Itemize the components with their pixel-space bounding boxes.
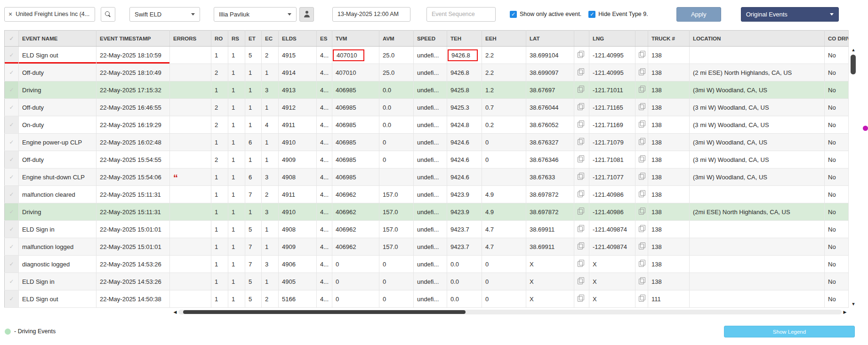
column-header-errors[interactable]: ERRORS — [170, 31, 211, 47]
row-checkbox[interactable]: ✓ — [5, 116, 19, 134]
scroll-up-icon[interactable]: ▲ — [849, 47, 858, 53]
copy-icon[interactable] — [578, 68, 584, 75]
column-header-teh[interactable]: TEH — [447, 31, 482, 47]
copy-icon[interactable] — [578, 190, 584, 197]
driver-select[interactable]: Illia Pavliuk — [214, 7, 297, 22]
apply-button[interactable]: Apply — [676, 7, 721, 22]
table-row[interactable]: ✓ELD Sign in22-May-2025 15:01:0111514908… — [5, 221, 849, 238]
copy-icon[interactable] — [639, 295, 645, 302]
event-sequence-input[interactable] — [426, 7, 496, 22]
table-row[interactable]: ✓Off-duty22-May-2025 18:10:49211149144..… — [5, 64, 849, 81]
column-header-rs[interactable]: RS — [228, 31, 245, 47]
column-header-speed[interactable]: SPEED — [414, 31, 447, 47]
copy-icon[interactable] — [639, 242, 645, 249]
column-header-elds[interactable]: ELDS — [279, 31, 317, 47]
copy-icon[interactable] — [578, 208, 584, 215]
table-row[interactable]: ✓Engine shut-down CLP22-May-2025 15:54:0… — [5, 168, 849, 186]
column-header-timestamp[interactable]: EVENT TIMESTAMP — [96, 31, 170, 47]
copy-icon[interactable] — [639, 51, 645, 58]
eld-provider-select[interactable]: Swift ELD — [129, 7, 200, 22]
row-checkbox[interactable]: ✓ — [5, 186, 19, 203]
column-header-eeh[interactable]: EEH — [482, 31, 526, 47]
copy-icon[interactable] — [639, 190, 645, 197]
column-header-tvm[interactable]: TVM — [332, 31, 379, 47]
row-checkbox[interactable]: ✓ — [5, 238, 19, 256]
copy-icon[interactable] — [639, 86, 645, 93]
table-row[interactable]: ✓ELD Sign out22-May-2025 14:50:381152516… — [5, 290, 849, 308]
row-checkbox[interactable]: ✓ — [5, 203, 19, 221]
scroll-down-icon[interactable]: ▼ — [849, 301, 858, 307]
copy-icon[interactable] — [578, 173, 584, 180]
table-row[interactable]: ✓malfunction cleared22-May-2025 15:11:31… — [5, 186, 849, 203]
copy-icon[interactable] — [578, 86, 584, 93]
company-filter-chip[interactable]: × United Freight Lines Inc (4... — [4, 7, 95, 22]
row-checkbox[interactable]: ✓ — [5, 47, 19, 64]
copy-icon[interactable] — [639, 155, 645, 162]
row-checkbox[interactable]: ✓ — [5, 151, 19, 168]
remove-filter-icon[interactable]: × — [8, 11, 12, 17]
copy-icon[interactable] — [639, 260, 645, 267]
table-row[interactable]: ✓Driving22-May-2025 15:11:31111349104...… — [5, 203, 849, 221]
horizontal-scroll-track[interactable] — [178, 310, 842, 314]
column-header-event_name[interactable]: EVENT NAME — [19, 31, 96, 47]
row-checkbox[interactable]: ✓ — [5, 168, 19, 186]
copy-icon[interactable] — [578, 225, 584, 232]
search-button[interactable] — [101, 7, 115, 22]
vertical-scroll-thumb[interactable] — [851, 55, 856, 74]
column-header-ro[interactable]: RO — [211, 31, 228, 47]
copy-icon[interactable] — [578, 51, 584, 58]
copy-icon[interactable] — [639, 103, 645, 110]
table-row[interactable]: ✓ELD Sign out22-May-2025 18:10:591152491… — [5, 47, 849, 64]
row-checkbox[interactable]: ✓ — [5, 64, 19, 81]
column-header-lng[interactable]: LNG — [589, 31, 635, 47]
table-row[interactable]: ✓Engine power-up CLP22-May-2025 16:02:48… — [5, 134, 849, 151]
column-header-truck[interactable]: TRUCK # — [648, 31, 690, 47]
driver-profile-button[interactable] — [299, 7, 314, 22]
copy-icon[interactable] — [639, 277, 645, 284]
row-checkbox[interactable]: ✓ — [5, 134, 19, 151]
copy-icon[interactable] — [639, 138, 645, 145]
copy-icon[interactable] — [578, 295, 584, 302]
copy-icon[interactable] — [578, 103, 584, 110]
scroll-right-icon[interactable]: ▶ — [842, 310, 848, 314]
show-only-active-checkbox[interactable]: ✓ Show only active event. — [510, 11, 581, 18]
date-input[interactable] — [332, 7, 410, 22]
table-row[interactable]: ✓diagnostic logged22-May-2025 14:53:2611… — [5, 256, 849, 273]
table-row[interactable]: ✓Driving22-May-2025 17:15:32111349134...… — [5, 81, 849, 99]
column-header-lat[interactable]: LAT — [526, 31, 574, 47]
hide-event-type-checkbox[interactable]: ✓ Hide Event Type 9. — [588, 11, 648, 18]
events-mode-select[interactable]: Original Events — [741, 7, 839, 22]
copy-icon[interactable] — [639, 208, 645, 215]
column-header-ec[interactable]: EC — [262, 31, 279, 47]
table-row[interactable]: ✓malfunction logged22-May-2025 15:01:011… — [5, 238, 849, 256]
vertical-scrollbar[interactable]: ▲ ▼ — [849, 47, 858, 307]
show-legend-button[interactable]: Show Legend — [724, 326, 855, 337]
row-checkbox[interactable]: ✓ — [5, 290, 19, 308]
row-checkbox[interactable]: ✓ — [5, 99, 19, 116]
column-header-et[interactable]: ET — [245, 31, 262, 47]
checkbox-checked-icon[interactable]: ✓ — [510, 11, 517, 18]
table-row[interactable]: ✓Off-duty22-May-2025 16:46:55211149124..… — [5, 99, 849, 116]
column-header-avm[interactable]: AVM — [379, 31, 414, 47]
copy-icon[interactable] — [578, 277, 584, 284]
table-row[interactable]: ✓On-duty22-May-2025 16:19:29211449114...… — [5, 116, 849, 134]
table-row[interactable]: ✓Off-duty22-May-2025 15:54:55211149094..… — [5, 151, 849, 168]
row-checkbox[interactable]: ✓ — [5, 273, 19, 290]
column-header-co_driver[interactable]: CO DRIVER — [825, 31, 849, 47]
copy-icon[interactable] — [639, 225, 645, 232]
copy-icon[interactable] — [578, 120, 584, 128]
copy-icon[interactable] — [578, 260, 584, 267]
table-row[interactable]: ✓ELD Sign in22-May-2025 14:53:2611514905… — [5, 273, 849, 290]
select-all-checkbox[interactable]: ✓ — [5, 31, 19, 47]
row-checkbox[interactable]: ✓ — [5, 256, 19, 273]
notification-dot[interactable] — [863, 126, 868, 131]
scroll-left-icon[interactable]: ◀ — [172, 310, 178, 314]
column-header-location[interactable]: LOCATION — [690, 31, 825, 47]
horizontal-scrollbar[interactable]: ◀ ▶ — [172, 308, 848, 316]
checkbox-checked-icon[interactable]: ✓ — [588, 11, 595, 18]
copy-icon[interactable] — [639, 173, 645, 180]
copy-icon[interactable] — [578, 242, 584, 249]
copy-icon[interactable] — [639, 120, 645, 128]
row-checkbox[interactable]: ✓ — [5, 221, 19, 238]
column-header-es[interactable]: ES — [317, 31, 332, 47]
